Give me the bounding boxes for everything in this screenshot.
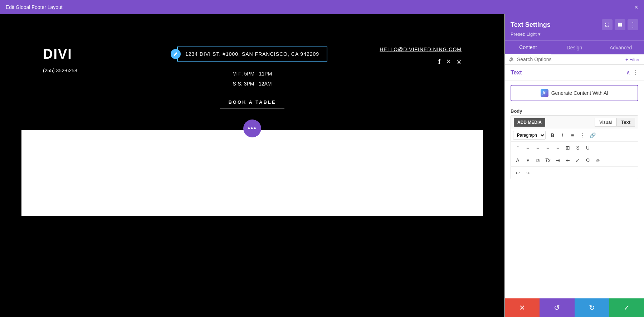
table-button[interactable]: ⊞ bbox=[563, 143, 572, 152]
panel-icon-columns[interactable] bbox=[615, 19, 625, 30]
panel-header: Text Settings ⋮ Preset: Light ▾ bbox=[505, 14, 644, 40]
visual-tab[interactable]: Visual bbox=[595, 118, 616, 127]
fullscreen-button[interactable]: ⤢ bbox=[573, 156, 582, 165]
ai-icon: AI bbox=[541, 89, 548, 97]
filter-button[interactable]: + Filter bbox=[625, 57, 640, 62]
undo-button[interactable]: ↩ bbox=[513, 168, 522, 177]
facebook-icon[interactable]: f bbox=[438, 58, 440, 65]
align-right-button[interactable]: ≡ bbox=[543, 143, 552, 152]
text-tab[interactable]: Text bbox=[616, 118, 635, 127]
outdent-button[interactable]: ⇤ bbox=[563, 156, 572, 165]
special-chars-button[interactable]: Ω bbox=[583, 156, 592, 165]
link-button[interactable]: 🔗 bbox=[588, 131, 597, 140]
footer-content: DIVI (255) 352-6258 1234 DIVI ST. #1000,… bbox=[43, 47, 462, 109]
tab-advanced[interactable]: Advanced bbox=[597, 41, 644, 54]
dots-icon: ••• bbox=[248, 125, 257, 132]
footer-left: DIVI (255) 352-6258 bbox=[43, 47, 170, 73]
undo-action-button[interactable]: ↺ bbox=[540, 298, 574, 317]
footer-center: 1234 DIVI ST. #1000, SAN FRANCISCO, CA 9… bbox=[177, 47, 327, 109]
section-more-icon[interactable]: ⋮ bbox=[633, 69, 638, 76]
footer-email[interactable]: HELLO@DIVIFINEDINING.COM bbox=[335, 47, 462, 52]
clear-format-button[interactable]: Tx bbox=[543, 156, 552, 165]
address-text: 1234 DIVI ST. #1000, SAN FRANCISCO, CA 9… bbox=[185, 51, 319, 57]
unordered-list-button[interactable]: ≡ bbox=[568, 131, 577, 140]
confirm-button[interactable]: ✓ bbox=[609, 298, 644, 317]
right-panel: Text Settings ⋮ Preset: Light ▾ Content bbox=[504, 14, 644, 317]
footer-social: f ✕ ◎ bbox=[335, 58, 462, 65]
canvas: DIVI (255) 352-6258 1234 DIVI ST. #1000,… bbox=[0, 14, 504, 317]
cancel-button[interactable]: ✕ bbox=[505, 298, 540, 317]
main-area: DIVI (255) 352-6258 1234 DIVI ST. #1000,… bbox=[0, 14, 644, 317]
toolbar-row-4: ↩ ↪ bbox=[511, 167, 638, 179]
add-media-button[interactable]: ADD MEDIA bbox=[514, 118, 545, 127]
body-label: Body bbox=[505, 106, 644, 115]
panel-preset[interactable]: Preset: Light ▾ bbox=[511, 31, 638, 37]
tab-content[interactable]: Content bbox=[505, 41, 551, 54]
justify-button[interactable]: ≡ bbox=[553, 143, 562, 152]
underline-button[interactable]: U bbox=[583, 143, 592, 152]
panel-tabs: Content Design Advanced bbox=[505, 40, 644, 54]
section-header-icons: ∧ ⋮ bbox=[626, 69, 638, 76]
footer-logo: DIVI bbox=[43, 47, 170, 62]
paragraph-select[interactable]: Paragraph bbox=[513, 131, 546, 140]
panel-body: Text ∧ ⋮ AI Generate Content With AI Bod… bbox=[505, 65, 644, 298]
paste-button[interactable]: ⧉ bbox=[533, 156, 542, 165]
twitter-x-icon[interactable]: ✕ bbox=[446, 58, 451, 65]
section-title: Text bbox=[511, 69, 522, 76]
editor-area: ADD MEDIA Visual Text Paragraph B I ≡ ⋮ … bbox=[511, 115, 638, 179]
footer-divider bbox=[220, 108, 284, 109]
instagram-icon[interactable]: ◎ bbox=[457, 58, 462, 65]
panel-actions: ✕ ↺ ↻ ✓ bbox=[505, 298, 644, 317]
editor-top-row: ADD MEDIA Visual Text bbox=[511, 116, 638, 129]
toolbar-row-2: " ≡ ≡ ≡ ≡ ⊞ S U bbox=[511, 142, 638, 154]
ai-generate-button[interactable]: AI Generate Content With AI bbox=[511, 85, 638, 101]
ai-button-label: Generate Content With AI bbox=[551, 90, 609, 96]
italic-button[interactable]: I bbox=[558, 131, 567, 140]
search-input[interactable] bbox=[517, 57, 623, 62]
text-section-header: Text ∧ ⋮ bbox=[505, 65, 644, 81]
ordered-list-button[interactable]: ⋮ bbox=[578, 131, 587, 140]
footer-phone: (255) 352-6258 bbox=[43, 68, 170, 73]
bold-button[interactable]: B bbox=[548, 131, 557, 140]
font-color-dropdown[interactable]: ▾ bbox=[523, 156, 532, 165]
emoji-button[interactable]: ☺ bbox=[593, 156, 602, 165]
search-icon bbox=[509, 57, 514, 62]
hours-weekday: M-F: 5PM - 11PM bbox=[177, 69, 327, 79]
panel-title: Text Settings bbox=[511, 21, 551, 29]
panel-icon-resize[interactable] bbox=[602, 19, 613, 30]
dots-button[interactable]: ••• bbox=[243, 120, 261, 137]
redo-button[interactable]: ↪ bbox=[523, 168, 532, 177]
footer-right: HELLO@DIVIFINEDINING.COM f ✕ ◎ bbox=[335, 47, 462, 65]
footer-book-label[interactable]: BOOK A TABLE bbox=[177, 99, 327, 105]
address-box[interactable]: 1234 DIVI ST. #1000, SAN FRANCISCO, CA 9… bbox=[177, 47, 327, 62]
align-center-button[interactable]: ≡ bbox=[533, 143, 542, 152]
hours-weekend: S-S: 3PM - 12AM bbox=[177, 79, 327, 89]
redo-action-button[interactable]: ↻ bbox=[575, 298, 609, 317]
close-button[interactable]: × bbox=[634, 4, 638, 11]
visual-text-tabs: Visual Text bbox=[595, 118, 635, 127]
toolbar-row-1: Paragraph B I ≡ ⋮ 🔗 bbox=[511, 129, 638, 142]
search-row: + Filter bbox=[505, 54, 644, 65]
font-color-button[interactable]: A bbox=[513, 156, 522, 165]
top-bar: Edit Global Footer Layout × bbox=[0, 0, 644, 14]
white-area bbox=[21, 130, 483, 216]
footer-hours: M-F: 5PM - 11PM S-S: 3PM - 12AM bbox=[177, 69, 327, 89]
window-title: Edit Global Footer Layout bbox=[6, 4, 63, 10]
panel-icon-more[interactable]: ⋮ bbox=[628, 19, 638, 30]
indent-button[interactable]: ⇥ bbox=[553, 156, 562, 165]
align-left-button[interactable]: ≡ bbox=[523, 143, 532, 152]
strikethrough-button[interactable]: S bbox=[573, 143, 582, 152]
blockquote-button[interactable]: " bbox=[513, 143, 522, 152]
chevron-up-icon[interactable]: ∧ bbox=[626, 69, 630, 76]
tab-design[interactable]: Design bbox=[551, 41, 598, 54]
toolbar-row-3: A ▾ ⧉ Tx ⇥ ⇤ ⤢ Ω ☺ bbox=[511, 154, 638, 167]
